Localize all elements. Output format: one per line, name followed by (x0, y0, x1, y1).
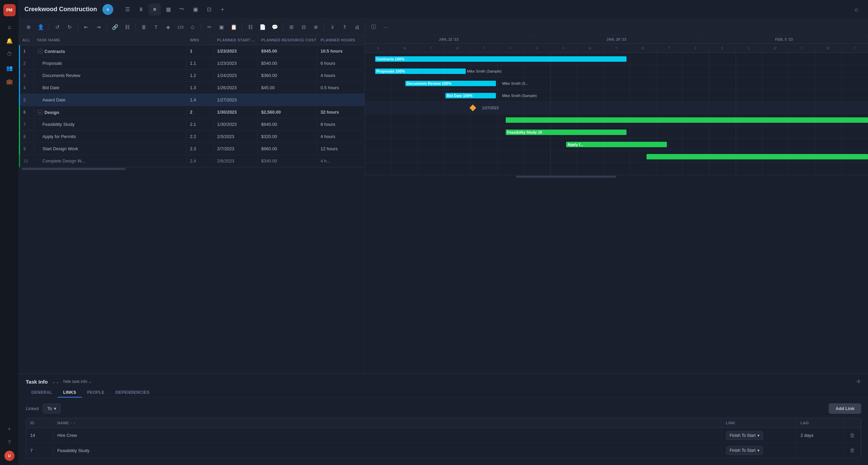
gantt-bar-biddate[interactable]: Bid Date 100% (445, 93, 496, 98)
nav-gantt-icon[interactable]: ≡ (149, 3, 161, 16)
sidebar-user-avatar[interactable]: U (4, 451, 15, 461)
gantt-bar-docreview[interactable]: Documents Review 100% (405, 81, 496, 86)
link-button[interactable]: 🔗 (110, 22, 120, 33)
gantt-bar-contracts[interactable]: Contracts 100% (375, 56, 627, 62)
nav-wave-icon[interactable]: 〜 (176, 3, 188, 16)
export-button[interactable]: ⇓ (327, 22, 338, 33)
diamond-button[interactable]: ◇ (187, 22, 198, 33)
link-type-dropdown-1[interactable]: Finish To Start ▾ (726, 431, 763, 440)
delete-button[interactable]: 🗑 (138, 22, 149, 33)
add-person-button[interactable]: 👤 (35, 22, 46, 33)
undo-button[interactable]: ↺ (52, 22, 63, 33)
nav-table-icon[interactable]: ▦ (162, 3, 174, 16)
delete-link-button-2[interactable]: 🗑 (848, 446, 856, 455)
table2-button[interactable]: ⊟ (298, 22, 309, 33)
panel-tabs: GENERAL LINKS PEOPLE DEPENDENCIES (19, 385, 868, 398)
paste-button[interactable]: 📋 (228, 22, 239, 33)
sidebar-notifications[interactable]: 🔔 (4, 35, 15, 46)
table-row[interactable]: 10 Complete Design W... 2.4 2/8/2023 $34… (19, 155, 365, 167)
table-row[interactable]: 8 Apply for Permits 2.2 2/3/2023 $320.00… (19, 131, 365, 143)
sidebar-people[interactable]: 👥 (4, 62, 15, 73)
tab-general[interactable]: GENERAL (26, 388, 58, 398)
delete-link-button-1[interactable]: 🗑 (848, 431, 856, 440)
sort-arrow-icon: ↑ (74, 421, 76, 425)
panel-collapse-chevron[interactable]: ⌄⌄ (52, 379, 59, 384)
table-row[interactable]: 1 − Contracts 1 1/23/2023 $945.00 10.5 h… (19, 45, 365, 57)
outdent-button[interactable]: ⇤ (81, 22, 92, 33)
table-row[interactable]: 4 Bid Date 1.3 1/26/2023 $45.00 0.5 hour… (19, 82, 365, 94)
gantt-bar-feasibility[interactable]: Feasibility Study 10 (506, 130, 626, 135)
link-row-delete: 🗑 (844, 443, 861, 458)
gantt-day-row: S M T W T F S S M T W T F (365, 44, 868, 53)
sidebar-add[interactable]: + (4, 424, 15, 434)
panel-content: Linked To ▾ Add Link ID NAME ↑ ↑ (19, 398, 868, 465)
gantt-bar-proposals[interactable]: Proposals 100% (375, 69, 466, 74)
cut-button[interactable]: ✂ (204, 22, 215, 33)
table-hscrollbar[interactable] (19, 167, 365, 170)
comment-button[interactable]: 💬 (269, 22, 280, 33)
link-row-lag (796, 448, 844, 453)
linked-dropdown[interactable]: To ▾ (43, 404, 61, 413)
hide-info-button[interactable]: hide task info ⌄ (63, 379, 92, 384)
nav-doc-icon[interactable]: ⊡ (203, 3, 215, 16)
tab-dependencies[interactable]: DEPENDENCIES (110, 388, 155, 398)
split-button[interactable]: ⊞ (286, 22, 297, 33)
gantt-diamond-milestone[interactable] (470, 104, 477, 111)
gantt-scrollbar-thumb[interactable] (516, 176, 617, 178)
toolbar: ⊕ 👤 ↺ ↻ ⇤ ⇥ 🔗 ⛓ 🗑 T ◈ 123 ◇ ✂ ▣ 📋 ⛓ 📄 💬 … (19, 19, 868, 35)
nav-calendar-icon[interactable]: ▣ (189, 3, 201, 16)
sidebar-home[interactable]: ⌂ (4, 22, 15, 33)
sidebar-clock[interactable]: ⏱ (4, 49, 15, 60)
more-button[interactable]: ··· (380, 22, 391, 33)
nav-chart-icon[interactable]: ⏸ (135, 3, 147, 16)
doc2-button[interactable]: 📄 (257, 22, 268, 33)
add-task-button[interactable]: ⊕ (23, 22, 34, 33)
gantt-bar-permits[interactable]: Apply f... (566, 142, 667, 147)
sidebar-briefcase[interactable]: 💼 (4, 76, 15, 87)
num-button[interactable]: 123 (175, 22, 186, 33)
link-row-lag: 2 days (796, 430, 844, 441)
row-start: 1/23/2023 (214, 46, 258, 56)
indent-button[interactable]: ⇥ (93, 22, 104, 33)
toolbar-sep-6 (242, 23, 242, 31)
table-row[interactable]: 2 Proposals 1.1 1/23/2023 $540.00 6 hour… (19, 57, 365, 70)
search-icon[interactable]: ⌕ (850, 3, 863, 16)
print-button[interactable]: 🖨 (351, 22, 362, 33)
nav-plus-icon[interactable]: + (216, 3, 229, 16)
row-start: 2/3/2023 (214, 132, 258, 141)
link-type-dropdown-2[interactable]: Finish To Start ▾ (726, 446, 763, 455)
gantt-bar-startdesign[interactable] (647, 154, 868, 159)
table-row[interactable]: 6 − Design 2 1/30/2023 $2,560.00 32 hour… (19, 106, 365, 118)
gantt-hscrollbar[interactable] (365, 175, 868, 178)
text-button[interactable]: T (151, 22, 161, 33)
table-row[interactable]: 3 Documents Review 1.2 1/24/2023 $360.00… (19, 70, 365, 82)
copy-button[interactable]: ▣ (216, 22, 227, 33)
link-row-type: Finish To Start ▾ (722, 443, 796, 458)
upload-button[interactable]: ⇑ (339, 22, 350, 33)
table-row[interactable]: 9 Start Design Work 2.3 2/7/2023 $960.00… (19, 143, 365, 155)
gantt-bar-design[interactable] (506, 117, 868, 123)
tab-links[interactable]: LINKS (58, 388, 82, 398)
gantt-day: S (365, 44, 391, 53)
nav-list-icon[interactable]: ☰ (121, 3, 134, 16)
gantt-header: JAN, 22 '23 JAN, 29 '23 FEB, 5 '23 S M T… (365, 35, 868, 53)
panel-send-icon[interactable]: ✈ (856, 378, 861, 385)
dropdown-chevron-icon: ▾ (54, 406, 56, 411)
chain2-button[interactable]: ⛓ (245, 22, 256, 33)
highlight-button[interactable]: ◈ (163, 22, 174, 33)
row-hours: 6 hours (317, 59, 365, 68)
unlink-button[interactable]: ⛓ (122, 22, 133, 33)
table-row[interactable]: 5 Award Date 1.4 1/27/2023 (19, 94, 365, 106)
info-button[interactable]: ⓘ (368, 22, 379, 33)
row-start: 1/27/2023 (214, 95, 258, 104)
table-row[interactable]: 7 Feasibility Study 2.1 1/30/2023 $640.0… (19, 118, 365, 131)
zoom-button[interactable]: ⊕ (310, 22, 321, 33)
collapse-button[interactable]: − (38, 49, 42, 54)
scrollbar-thumb[interactable] (22, 168, 126, 170)
user-avatar[interactable]: A (102, 4, 113, 15)
add-link-button[interactable]: Add Link (829, 403, 861, 414)
tab-people[interactable]: PEOPLE (82, 388, 110, 398)
redo-button[interactable]: ↻ (64, 22, 75, 33)
sidebar-help[interactable]: ? (4, 437, 15, 448)
collapse-button[interactable]: − (38, 110, 42, 115)
